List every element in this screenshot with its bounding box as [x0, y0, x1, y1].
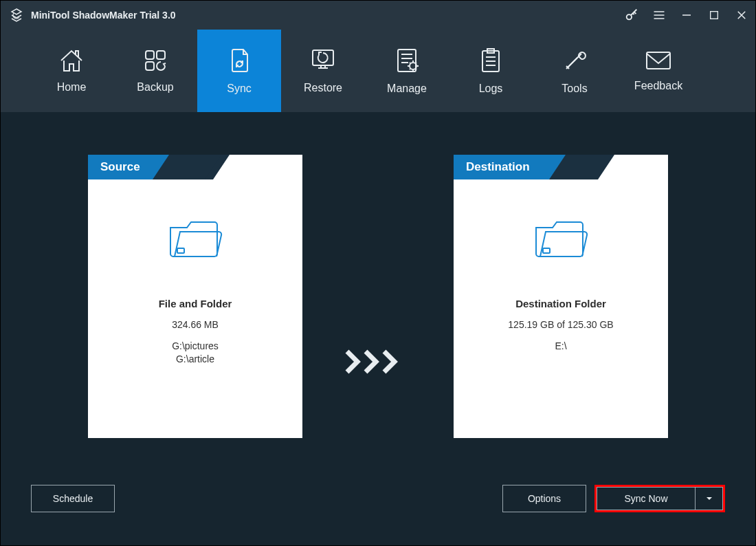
destination-paths: E:\: [555, 340, 566, 353]
nav-logs-label: Logs: [479, 83, 503, 95]
svg-point-0: [627, 14, 632, 19]
app-title: MiniTool ShadowMaker Trial 3.0: [31, 10, 176, 21]
svg-rect-2: [146, 51, 154, 59]
main-nav: Home Backup Sync Restore Manage Logs Too…: [1, 30, 755, 112]
source-path-1: G:\article: [172, 353, 219, 366]
titlebar: MiniTool ShadowMaker Trial 3.0: [1, 1, 755, 30]
nav-home[interactable]: Home: [30, 30, 113, 112]
svg-rect-3: [157, 51, 165, 59]
nav-sync[interactable]: Sync: [197, 30, 281, 112]
arrows-icon: [344, 348, 412, 375]
close-button[interactable]: [728, 1, 755, 30]
folder-icon: [164, 215, 227, 266]
source-panel-title: Source: [88, 155, 153, 179]
app-window: MiniTool ShadowMaker Trial 3.0 Home Back…: [0, 0, 756, 546]
destination-panel-body: Destination Folder 125.19 GB of 125.30 G…: [454, 179, 668, 438]
source-size: 324.66 MB: [172, 319, 219, 330]
svg-rect-9: [647, 52, 670, 69]
nav-feedback[interactable]: Feedback: [616, 30, 700, 112]
destination-panel-title: Destination: [454, 155, 549, 179]
nav-backup-label: Backup: [137, 81, 173, 94]
nav-logs[interactable]: Logs: [449, 30, 533, 112]
svg-rect-10: [177, 248, 184, 253]
source-panel-header: Source: [88, 155, 302, 179]
nav-restore-label: Restore: [304, 82, 342, 94]
nav-manage-label: Manage: [387, 83, 427, 95]
app-logo-icon: [9, 8, 24, 23]
svg-rect-11: [543, 248, 550, 253]
nav-backup[interactable]: Backup: [113, 30, 197, 112]
source-panel[interactable]: Source File and Folder 324.66 MB G:\pict…: [88, 155, 302, 438]
key-icon[interactable]: [618, 1, 645, 30]
nav-manage[interactable]: Manage: [365, 30, 449, 112]
chevron-down-icon: [705, 494, 713, 503]
sync-now-dropdown[interactable]: [696, 487, 723, 510]
svg-rect-1: [711, 12, 718, 19]
nav-home-label: Home: [57, 81, 87, 94]
minimize-button[interactable]: [673, 1, 700, 30]
nav-tools[interactable]: Tools: [533, 30, 616, 112]
source-paths: G:\pictures G:\article: [172, 340, 219, 366]
svg-rect-4: [146, 62, 154, 70]
destination-panel-header: Destination: [454, 155, 668, 179]
destination-path-0: E:\: [555, 340, 566, 353]
schedule-button[interactable]: Schedule: [31, 485, 115, 512]
sync-now-button[interactable]: Sync Now: [597, 487, 696, 510]
nav-restore[interactable]: Restore: [281, 30, 365, 112]
destination-panel[interactable]: Destination Destination Folder 125.19 GB…: [454, 155, 668, 438]
destination-capacity: 125.19 GB of 125.30 GB: [508, 319, 613, 330]
nav-feedback-label: Feedback: [634, 80, 682, 92]
folder-icon: [529, 215, 592, 266]
source-path-0: G:\pictures: [172, 340, 219, 353]
maximize-button[interactable]: [700, 1, 728, 30]
menu-icon[interactable]: [645, 1, 673, 30]
options-button[interactable]: Options: [502, 485, 586, 512]
bottom-bar: Schedule Options Sync Now: [1, 485, 755, 512]
nav-sync-label: Sync: [227, 83, 252, 95]
main-content: Source File and Folder 324.66 MB G:\pict…: [1, 112, 755, 545]
sync-now-group: Sync Now: [594, 485, 725, 512]
nav-tools-label: Tools: [562, 83, 587, 95]
source-panel-body: File and Folder 324.66 MB G:\pictures G:…: [88, 179, 302, 438]
source-heading: File and Folder: [159, 298, 232, 309]
destination-heading: Destination Folder: [515, 298, 606, 309]
